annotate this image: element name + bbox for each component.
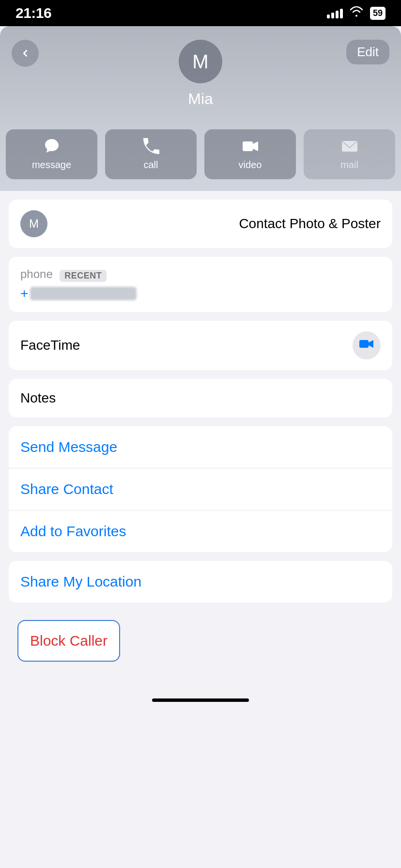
battery-icon: 59 — [370, 7, 386, 20]
phone-card: phone RECENT + — [9, 257, 392, 312]
message-icon — [44, 138, 60, 155]
message-button[interactable]: message — [6, 129, 97, 179]
avatar: M — [179, 40, 222, 83]
phone-label: phone — [20, 267, 53, 280]
mail-label: mail — [340, 159, 358, 170]
facetime-button[interactable] — [353, 331, 381, 359]
action-buttons-bar: message call video mail — [0, 129, 401, 191]
notes-row[interactable]: Notes — [9, 379, 392, 418]
block-card-wrap: Block Caller — [9, 611, 392, 673]
signal-icon — [327, 8, 343, 18]
add-favorites-button[interactable]: Add to Favorites — [9, 511, 392, 552]
contact-photo-label: Contact Photo & Poster — [239, 216, 381, 232]
video-button[interactable]: video — [204, 129, 296, 179]
block-caller-button[interactable]: Block Caller — [17, 620, 120, 662]
facetime-card[interactable]: FaceTime — [9, 321, 392, 370]
notes-label: Notes — [20, 390, 56, 406]
mini-avatar: M — [20, 210, 47, 237]
svg-marker-1 — [253, 141, 258, 151]
status-time: 21:16 — [15, 5, 51, 21]
edit-button[interactable]: Edit — [346, 40, 389, 64]
facetime-video-icon — [359, 338, 374, 353]
phone-badge: RECENT — [60, 270, 107, 282]
status-icons: 59 — [327, 6, 386, 20]
contact-photo-card[interactable]: M Contact Photo & Poster — [9, 200, 392, 248]
phone-number-blurred — [30, 287, 137, 300]
contact-photo-row[interactable]: M Contact Photo & Poster — [9, 200, 392, 248]
send-message-button[interactable]: Send Message — [9, 426, 392, 468]
contact-name: Mia — [188, 90, 213, 108]
notes-card: Notes — [9, 379, 392, 418]
facetime-label: FaceTime — [20, 338, 80, 353]
phone-label-row: phone RECENT — [20, 267, 107, 282]
facetime-row[interactable]: FaceTime — [9, 321, 392, 370]
call-label: call — [143, 159, 158, 170]
home-indicator-bar — [152, 698, 249, 702]
battery-level: 59 — [373, 8, 383, 18]
svg-rect-0 — [243, 141, 253, 151]
back-button[interactable] — [12, 40, 39, 67]
content-area: M Contact Photo & Poster phone RECENT + … — [0, 200, 401, 673]
contact-header: M Mia Edit — [0, 26, 401, 129]
share-location-button[interactable]: Share My Location — [9, 561, 392, 603]
home-indicator — [0, 693, 401, 712]
video-icon — [242, 138, 259, 155]
wifi-icon — [350, 6, 363, 20]
share-contact-button[interactable]: Share Contact — [9, 468, 392, 511]
block-caller-label: Block Caller — [30, 633, 108, 649]
phone-row[interactable]: phone RECENT + — [9, 257, 392, 312]
message-label: message — [32, 159, 71, 170]
location-card[interactable]: Share My Location — [9, 561, 392, 603]
status-bar: 21:16 59 — [0, 0, 401, 26]
mail-button[interactable]: mail — [304, 129, 395, 179]
phone-plus: + — [20, 286, 28, 301]
mail-icon — [341, 138, 358, 155]
call-button[interactable]: call — [105, 129, 197, 179]
call-icon — [143, 138, 159, 155]
video-label: video — [239, 159, 262, 170]
phone-number-row: + — [20, 286, 137, 301]
svg-marker-4 — [369, 340, 373, 348]
svg-rect-3 — [359, 340, 369, 348]
action-list: Send Message Share Contact Add to Favori… — [9, 426, 392, 552]
